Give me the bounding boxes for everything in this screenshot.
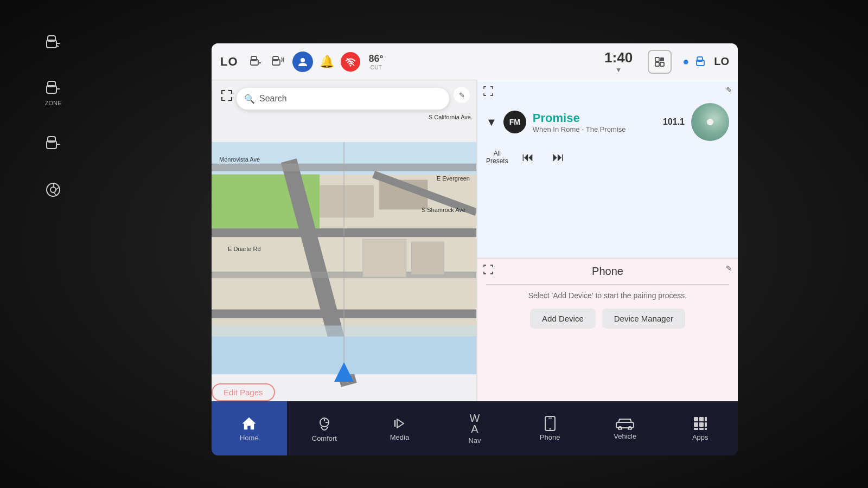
phone-panel-title: Phone	[486, 265, 729, 278]
top-bar: LO 🔔	[212, 43, 738, 80]
svg-point-48	[549, 428, 551, 429]
svg-point-11	[50, 187, 56, 192]
vehicle-position-arrow	[334, 362, 354, 382]
svg-rect-22	[655, 62, 659, 66]
heat-ring-control[interactable]	[43, 180, 63, 200]
content-area: S Myrtle Ave S California Ave Monrovista…	[212, 80, 738, 436]
fm-badge: FM	[503, 111, 526, 133]
seat-zone-control[interactable]: ZONE	[43, 79, 63, 106]
disc-center	[707, 119, 713, 125]
svg-rect-58	[694, 428, 698, 430]
map-edit-button[interactable]: ✎	[454, 87, 470, 103]
vehicle-icon	[615, 417, 635, 430]
left-controls: ZONE	[43, 33, 63, 200]
svg-rect-37	[363, 239, 406, 277]
comfort-icon	[316, 415, 333, 432]
radio-song-title: Promise	[533, 111, 656, 125]
map-background	[212, 80, 476, 436]
seat-control-1[interactable]	[43, 33, 63, 52]
phone-nav-label: Phone	[540, 433, 560, 441]
nav-item-home[interactable]: Home	[212, 401, 287, 455]
radio-artist-name: When In Rome - The Promise	[533, 125, 656, 133]
add-device-button[interactable]: Add Device	[530, 309, 596, 329]
nav-item-media[interactable]: Media	[362, 401, 437, 455]
svg-rect-53	[699, 417, 704, 421]
svg-point-18	[349, 65, 351, 66]
all-presets-button[interactable]: All Presets	[486, 150, 508, 165]
bottom-nav: Home Comfort Media W A Nav Ph	[212, 401, 738, 455]
phone-icon	[544, 416, 556, 431]
svg-point-10	[47, 183, 60, 196]
apps-icon	[693, 416, 708, 431]
svg-rect-23	[660, 62, 664, 66]
svg-point-17	[301, 58, 305, 62]
search-text: Search	[259, 94, 287, 104]
heated-seat-icon[interactable]	[271, 54, 286, 69]
nav-item-phone[interactable]: Phone	[512, 401, 588, 455]
apps-label: Apps	[692, 433, 709, 441]
outside-temp: 86° OUT	[369, 53, 384, 70]
main-screen: LO 🔔	[212, 43, 738, 445]
svg-rect-57	[705, 422, 707, 427]
svg-rect-29	[320, 185, 374, 218]
street-label-evergreen: E Evergreen	[437, 175, 470, 182]
clock-display: 1:40 ▼	[604, 49, 633, 74]
passenger-seat-icon[interactable]	[694, 55, 709, 69]
nav-item-nav[interactable]: W A Nav	[437, 401, 513, 455]
notification-bell-icon[interactable]: 🔔	[320, 55, 334, 69]
media-label: Media	[390, 433, 409, 441]
top-bar-right: ● LO	[682, 55, 729, 69]
svg-rect-59	[699, 428, 704, 430]
nav-item-apps[interactable]: Apps	[662, 401, 738, 455]
phone-pairing-instruction: Select 'Add Device' to start the pairing…	[486, 291, 729, 300]
bluetooth-icon[interactable]: ●	[682, 55, 689, 68]
comfort-label: Comfort	[312, 434, 337, 442]
radio-edit-button[interactable]: ✎	[726, 86, 732, 94]
vehicle-label: Vehicle	[614, 432, 636, 440]
street-label-duarte: E Duarte Rd	[228, 246, 261, 252]
map-search-bar[interactable]: 🔍 Search	[237, 88, 449, 110]
home-icon	[241, 415, 257, 432]
radio-panel: ✎ ▼ FM Promise When In Rome - The Promis…	[477, 80, 738, 259]
next-track-button[interactable]: ⏭	[547, 146, 569, 168]
seat-heat-control[interactable]	[43, 133, 63, 153]
signal-icon[interactable]	[341, 52, 360, 72]
home-label: Home	[240, 434, 259, 442]
lo-right-label: LO	[714, 55, 729, 68]
nav-item-comfort[interactable]: Comfort	[287, 401, 362, 455]
nav-label: Nav	[468, 436, 481, 445]
svg-rect-54	[705, 417, 707, 421]
media-icon	[392, 416, 407, 431]
svg-rect-52	[694, 417, 698, 421]
lo-left-label: LO	[220, 55, 238, 69]
svg-rect-20	[655, 57, 659, 61]
map-panel[interactable]: S Myrtle Ave S California Ave Monrovista…	[212, 80, 477, 436]
svg-rect-56	[699, 422, 704, 427]
album-art-disc	[691, 103, 729, 141]
svg-rect-21	[660, 57, 664, 61]
nav-item-vehicle[interactable]: Vehicle	[588, 401, 663, 455]
phone-action-buttons: Add Device Device Manager	[486, 309, 729, 329]
grid-layout-button[interactable]	[648, 50, 672, 74]
zone-label: ZONE	[45, 100, 62, 106]
device-manager-button[interactable]: Device Manager	[602, 309, 685, 329]
search-icon: 🔍	[244, 94, 255, 104]
street-label-california: S California Ave	[429, 114, 471, 120]
edit-pages-button[interactable]: Edit Pages	[212, 383, 275, 401]
svg-rect-38	[411, 242, 444, 274]
svg-rect-55	[694, 422, 698, 427]
radio-source-dropdown[interactable]: ▼	[486, 116, 497, 129]
time-chevron-icon[interactable]: ▼	[615, 66, 622, 74]
radio-frequency: 101.1	[663, 117, 685, 127]
previous-track-button[interactable]: ⏮	[517, 146, 539, 168]
radio-expand-button[interactable]	[483, 86, 494, 98]
street-label-monrovista: Monrovista Ave	[219, 156, 260, 163]
radio-controls: All Presets ⏮ ⏭	[486, 146, 729, 168]
seat-icon[interactable]	[249, 54, 264, 69]
map-expand-button[interactable]	[218, 87, 235, 104]
user-avatar[interactable]	[292, 52, 313, 72]
phone-edit-button[interactable]: ✎	[726, 264, 732, 273]
svg-rect-60	[705, 428, 707, 430]
phone-expand-button[interactable]	[483, 264, 494, 277]
right-panels: ✎ ▼ FM Promise When In Rome - The Promis…	[477, 80, 738, 436]
